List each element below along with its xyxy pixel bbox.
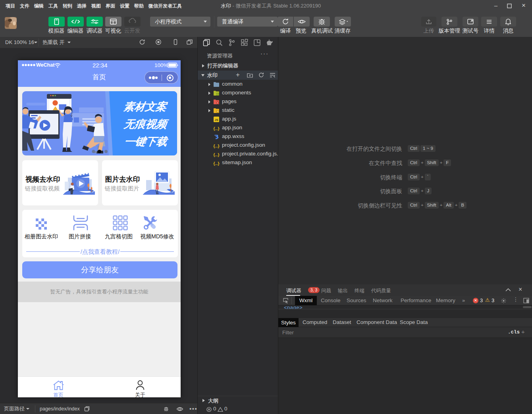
svg-text:{..}: {..} [213,161,220,166]
svg-text:一键下载: 一键下载 [123,135,169,148]
svg-text:无痕视频: 无痕视频 [123,118,170,130]
svg-text:JS: JS [215,118,218,122]
svg-text:{..}: {..} [213,152,220,157]
svg-text:素材文案: 素材文案 [123,100,168,113]
svg-text:{..}: {..} [213,144,220,148]
svg-text:{..}: {..} [213,126,220,131]
